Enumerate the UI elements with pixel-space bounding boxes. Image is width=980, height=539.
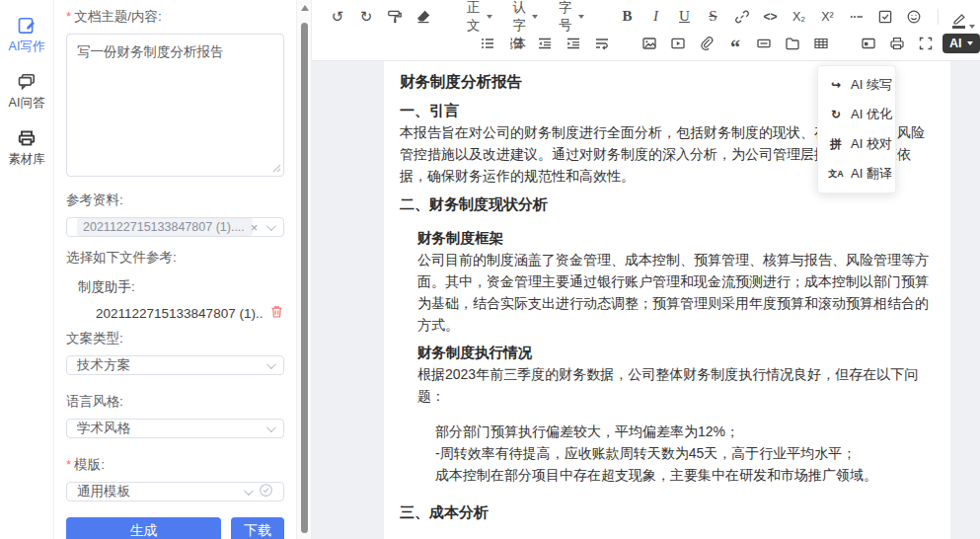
insert-video-button[interactable] [666, 32, 690, 55]
circle-check-icon [259, 483, 273, 500]
task-checkbox-button[interactable] [873, 5, 897, 29]
required-asterisk: * [66, 9, 71, 24]
file-row: 2021122715133847807 (1).... [96, 304, 284, 322]
copy-type-select[interactable]: 技术方案 [66, 355, 284, 375]
ai-qa-icon [17, 72, 37, 92]
doc-subheading: 财务制度执行情况 [417, 342, 935, 363]
form-panel: *文档主题/内容: 写一份财务制度分析报告 参考资料: 202112271513… [54, 0, 296, 539]
doc-list-item: 部分部门预算执行偏差较大，平均偏差率为12%； [435, 421, 935, 442]
subscript-button[interactable]: X₂ [788, 5, 811, 29]
trash-icon[interactable] [269, 304, 284, 322]
sidebar-item-material-library[interactable]: 素材库 [8, 128, 45, 168]
highlight-color-button[interactable] [950, 5, 977, 29]
bold-button[interactable]: B [616, 5, 640, 29]
format-painter-button[interactable] [383, 5, 407, 29]
superscript-button[interactable]: X² [816, 5, 840, 29]
font-family-select[interactable]: 默认字体 [505, 5, 547, 29]
doc-paragraph: 根据2023年前三季度的财务数据，公司整体财务制度执行情况良好，但存在以下问题： [417, 363, 935, 407]
template-label: *模版: [66, 456, 284, 474]
outdent-button[interactable] [533, 32, 557, 55]
ai-tools-button[interactable]: AI [942, 34, 980, 53]
eraser-button[interactable] [412, 5, 435, 29]
bullet-list-button[interactable] [476, 32, 499, 55]
ai-proofread-icon: 拼 [828, 136, 844, 153]
doc-heading: 三、成本分析 [400, 501, 935, 523]
copy-type-label: 文案类型: [66, 330, 284, 347]
tag-close-icon[interactable]: × [251, 221, 259, 234]
left-rail: AI写作 AI问答 素材库 [0, 0, 54, 539]
menu-item-ai-translate[interactable]: 文A AI 翻译 [818, 159, 895, 189]
download-button[interactable]: 下载 [231, 517, 284, 539]
doc-subheading: 财务制度框架 [417, 227, 935, 249]
chevron-down-icon [244, 486, 254, 496]
ai-continue-icon: ↪ [828, 78, 844, 92]
blockquote-button[interactable]: “ [723, 32, 747, 55]
doc-list-item: 成本控制在部分项目中存在超支现象，主要集中在研发和市场推广领域。 [435, 464, 935, 486]
resize-grip-icon[interactable] [272, 160, 281, 176]
font-size-select[interactable]: 字号 [551, 5, 592, 29]
reference-select[interactable]: 2021122715133847807 (1)....× [66, 217, 284, 237]
scroll-up-arrow-icon[interactable] [301, 5, 309, 11]
ordered-list-button[interactable] [504, 32, 528, 55]
indent-button[interactable] [562, 32, 585, 55]
link-button[interactable] [730, 5, 754, 29]
insert-table-button[interactable] [809, 32, 833, 55]
text-wrap-button[interactable] [590, 32, 614, 55]
file-name: 2021122715133847807 (1).... [96, 306, 264, 321]
editor-toolbar: ↺ ↻ 正文 默认字体 字号 B I U [312, 0, 980, 61]
menu-item-ai-optimize[interactable]: ↻ AI 优化 [818, 100, 895, 129]
menu-item-ai-continue[interactable]: ↪ AI 续写 [818, 70, 895, 100]
caret-down-icon [487, 15, 492, 19]
paragraph-style-select[interactable]: 正文 [459, 5, 500, 29]
topic-textarea[interactable]: 写一份财务制度分析报告 [66, 34, 284, 177]
topic-label: *文档主题/内容: [66, 8, 284, 26]
underline-button[interactable]: U [673, 5, 697, 29]
ai-writing-icon [17, 16, 37, 36]
template-select[interactable]: 通用模板 [66, 482, 284, 501]
divider-block-button[interactable] [752, 32, 776, 55]
sidebar-item-label: 素材库 [8, 151, 45, 168]
caret-down-icon [969, 25, 975, 29]
chevron-down-icon [266, 423, 276, 432]
ai-dropdown-menu: ↪ AI 续写 ↻ AI 优化 拼 AI 校对 文A AI 翻译 [817, 65, 896, 193]
insert-image-button[interactable] [638, 32, 661, 55]
material-library-icon [17, 128, 37, 148]
more-style-button[interactable] [845, 5, 868, 29]
style-label: 语言风格: [66, 393, 284, 411]
attachment-button[interactable] [695, 32, 718, 55]
scrollbar-thumb[interactable] [301, 23, 308, 533]
panel-scrollbar[interactable] [296, 0, 312, 539]
inline-code-button[interactable]: <> [759, 5, 783, 29]
sidebar-item-label: AI写作 [9, 38, 45, 55]
italic-button[interactable]: I [644, 5, 668, 29]
caret-down-icon [967, 41, 973, 45]
sidebar-item-ai-writing[interactable]: AI写作 [9, 16, 45, 55]
generate-button[interactable]: 生成 [66, 517, 221, 539]
doc-paragraph: 公司目前的制度涵盖了资金管理、成本控制、预算管理、核算与报告、风险管理等方面。其… [417, 249, 935, 336]
doc-list-item: -周转效率有待提高，应收账款周转天数为45天，高于行业平均水平； [435, 442, 935, 464]
reference-tag[interactable]: 2021122715133847807 (1)....× [77, 218, 253, 236]
menu-item-ai-proofread[interactable]: 拼 AI 校对 [818, 129, 895, 159]
doc-heading: 二、财务制度现状分析 [400, 193, 935, 215]
sidebar-item-ai-qa[interactable]: AI问答 [9, 72, 45, 112]
undo-button[interactable]: ↺ [326, 5, 349, 29]
ai-optimize-icon: ↻ [828, 108, 844, 121]
chevron-down-icon [266, 221, 276, 231]
style-select[interactable]: 学术风格 [66, 419, 284, 438]
sidebar-item-label: AI问答 [9, 95, 45, 112]
chevron-down-icon [266, 359, 276, 369]
strikethrough-button[interactable]: S [702, 5, 725, 29]
code-block-button[interactable] [781, 32, 804, 55]
ai-translate-icon: 文A [828, 168, 844, 181]
emoji-button[interactable] [902, 5, 926, 29]
required-asterisk: * [66, 457, 71, 472]
reference-label: 参考资料: [66, 192, 284, 209]
caret-down-icon [578, 15, 584, 19]
fullscreen-button[interactable] [914, 32, 938, 55]
insert-card-button[interactable] [857, 32, 880, 55]
file-group-label: 制度助手: [78, 278, 284, 296]
file-section-label: 选择如下文件参考: [66, 249, 284, 267]
caret-down-icon [532, 15, 538, 19]
redo-button[interactable]: ↻ [354, 5, 378, 29]
print-button[interactable] [885, 32, 909, 55]
